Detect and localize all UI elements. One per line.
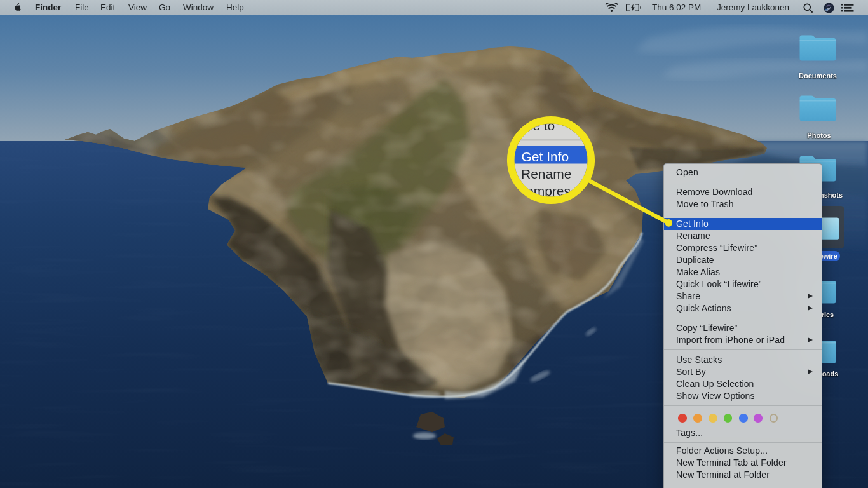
svg-text:Get Info: Get Info — [522, 149, 569, 164]
svg-text:Rename: Rename — [521, 166, 571, 181]
